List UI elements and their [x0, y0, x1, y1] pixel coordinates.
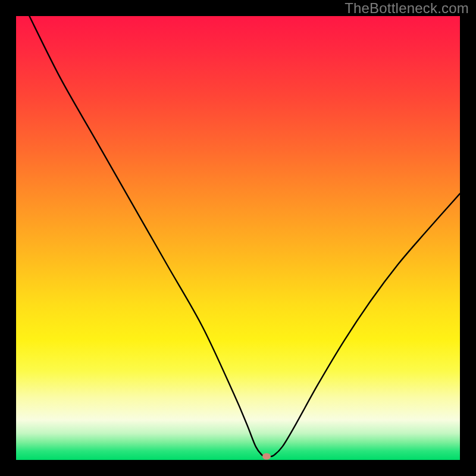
optimal-point-marker: [262, 453, 271, 460]
chart-frame: TheBottleneck.com: [0, 0, 476, 476]
watermark-text: TheBottleneck.com: [345, 0, 469, 17]
curve-svg: [16, 16, 460, 460]
plot-area: [16, 16, 460, 460]
bottleneck-curve: [29, 16, 460, 456]
